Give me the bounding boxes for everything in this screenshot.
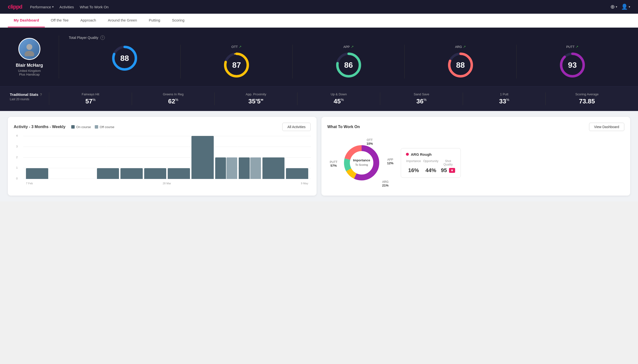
help-icon[interactable]: ? bbox=[40, 92, 42, 96]
gauge-label-arg: ARG ↗ bbox=[455, 45, 466, 49]
profile-section: Blair McHarg United Kingdom Plus Handica… bbox=[10, 38, 49, 76]
svg-point-0 bbox=[27, 44, 32, 50]
nav-activities[interactable]: Activities bbox=[60, 5, 74, 9]
wtw-info-title: ARG Rough bbox=[411, 152, 432, 156]
tab-putting[interactable]: Putting bbox=[143, 14, 166, 28]
gauge-ring-app: 86 bbox=[335, 52, 362, 78]
chevron-down-icon: ▾ bbox=[616, 5, 617, 8]
x-labels: 7 Feb 28 Mar 9 May bbox=[24, 182, 311, 185]
gauge-ott: OTT ↗ 87 bbox=[181, 45, 293, 78]
app-logo: clippd bbox=[8, 4, 22, 10]
gauge-label-ott: OTT ↗ bbox=[231, 45, 242, 49]
bar-group-6 bbox=[168, 168, 190, 179]
bar-group-3 bbox=[97, 168, 119, 179]
gauge-ring-main: 88 bbox=[111, 45, 138, 72]
svg-point-1 bbox=[25, 51, 34, 56]
svg-text:To Scoring: To Scoring bbox=[355, 163, 368, 166]
wtw-stat-labels: Importance Opportunity Shot Quality bbox=[406, 160, 456, 166]
tab-bar: My Dashboard Off the Tee Approach Around… bbox=[0, 14, 638, 28]
wtw-shot-quality-value: 95 ▼ bbox=[441, 167, 456, 174]
help-icon[interactable]: ? bbox=[100, 36, 105, 40]
chart-title: Activity - 3 Months - Weekly bbox=[14, 125, 65, 129]
gauge-value-putt: 93 bbox=[568, 61, 577, 70]
chart-card-header: Activity - 3 Months - Weekly On course O… bbox=[14, 123, 311, 131]
gauge-ring-ott: 87 bbox=[223, 52, 250, 78]
stat-fairways-hit: Fairways Hit 57% bbox=[49, 92, 132, 105]
tab-approach[interactable]: Approach bbox=[74, 14, 102, 28]
gauge-value-ott: 87 bbox=[232, 61, 241, 70]
wtw-importance-label: Importance bbox=[406, 160, 421, 166]
what-to-work-on-card: What To Work On View Dashboard OTT 10% A… bbox=[321, 117, 630, 196]
bar-group-11 bbox=[286, 168, 308, 179]
down-arrow-badge: ▼ bbox=[449, 168, 455, 173]
wtw-indicator-dot bbox=[406, 153, 409, 156]
bar-on-course bbox=[97, 168, 119, 179]
svg-text:Importance: Importance bbox=[353, 158, 370, 162]
legend-off-course: Off course bbox=[95, 125, 114, 129]
bar-on-course bbox=[168, 168, 190, 179]
profile-handicap: Plus Handicap bbox=[19, 72, 40, 76]
bar-group-8 bbox=[215, 158, 238, 179]
gauge-arg: ARG ↗ 88 bbox=[405, 45, 517, 78]
bar-group-0 bbox=[26, 168, 48, 179]
gauge-ring-putt: 93 bbox=[559, 52, 586, 78]
wtw-shot-quality-label: Shot Quality bbox=[441, 160, 456, 166]
stat-scoring-average: Scoring Average 73.85 bbox=[545, 92, 628, 105]
donut-label-app: APP 12% bbox=[387, 158, 393, 165]
bar-on-course bbox=[286, 168, 308, 179]
tab-off-the-tee[interactable]: Off the Tee bbox=[45, 14, 74, 28]
trend-up-icon: ↗ bbox=[351, 45, 354, 49]
trend-up-icon: ↗ bbox=[239, 45, 242, 49]
stats-bar: Traditional Stats ? Last 20 rounds Fairw… bbox=[0, 86, 638, 111]
nav-what-to-work-on[interactable]: What To Work On bbox=[80, 5, 109, 9]
tab-around-the-green[interactable]: Around the Green bbox=[102, 14, 143, 28]
user-menu-button[interactable]: 👤 ▾ bbox=[621, 4, 630, 10]
top-nav: clippd Performance ▾ Activities What To … bbox=[0, 0, 638, 14]
bar-on-course bbox=[120, 168, 143, 179]
avatar bbox=[18, 38, 40, 60]
bar-off-course bbox=[227, 158, 237, 179]
bar-on-course bbox=[239, 158, 250, 179]
gauge-value-main: 88 bbox=[120, 54, 129, 63]
donut-label-ott: OTT 10% bbox=[366, 138, 373, 146]
nav-performance[interactable]: Performance ▾ bbox=[30, 5, 54, 9]
nav-links: Performance ▾ Activities What To Work On bbox=[30, 5, 109, 9]
bar-off-course bbox=[250, 158, 261, 179]
stats-items: Fairways Hit 57% Greens In Reg 62% App. … bbox=[49, 92, 628, 105]
trend-up-icon: ↗ bbox=[463, 45, 466, 49]
bar-group-9 bbox=[239, 158, 261, 179]
bar-group-10 bbox=[263, 158, 285, 179]
add-button[interactable]: ⊕ ▾ bbox=[610, 4, 617, 10]
stat-up-and-down: Up & Down 45% bbox=[297, 92, 380, 105]
wtw-stat-values: 16% 44% 95 ▼ bbox=[406, 167, 456, 174]
stat-sand-save: Sand Save 36% bbox=[380, 92, 463, 105]
donut-svg: Importance To Scoring bbox=[342, 143, 381, 182]
nav-right: ⊕ ▾ 👤 ▾ bbox=[610, 4, 630, 10]
gauge-app: APP ↗ 86 bbox=[293, 45, 404, 78]
legend-on-course-dot bbox=[71, 125, 75, 128]
activity-chart-card: Activity - 3 Months - Weekly On course O… bbox=[8, 117, 317, 196]
all-activities-button[interactable]: All Activities bbox=[282, 123, 311, 131]
stats-label: Traditional Stats ? Last 20 rounds bbox=[10, 92, 49, 101]
legend-off-course-dot bbox=[95, 125, 98, 128]
wtw-info-card: ARG Rough Importance Opportunity Shot Qu… bbox=[401, 148, 461, 178]
legend-on-course: On course bbox=[71, 125, 91, 129]
divider bbox=[59, 36, 59, 78]
donut-label-putt: PUTT 57% bbox=[330, 160, 337, 168]
profile-country: United Kingdom bbox=[18, 69, 41, 72]
wtw-info-header: ARG Rough bbox=[406, 152, 456, 156]
gauge-value-app: 86 bbox=[344, 61, 353, 70]
chevron-down-icon: ▾ bbox=[629, 5, 630, 8]
view-dashboard-button[interactable]: View Dashboard bbox=[589, 123, 624, 131]
tab-scoring[interactable]: Scoring bbox=[166, 14, 190, 28]
bar-on-course bbox=[26, 168, 48, 179]
gauge-value-arg: 88 bbox=[456, 61, 465, 70]
bars-container bbox=[24, 136, 311, 179]
hero-section: Blair McHarg United Kingdom Plus Handica… bbox=[0, 28, 638, 86]
cards-row: Activity - 3 Months - Weekly On course O… bbox=[0, 111, 638, 202]
bar-chart: 4 3 2 1 0 7 Feb 28 Mar 9 May bbox=[14, 136, 311, 185]
bar-group-4 bbox=[120, 168, 143, 179]
bar-on-course bbox=[144, 168, 166, 179]
donut-section: OTT 10% APP 12% ARG 21% PUTT 57% bbox=[327, 136, 624, 190]
tab-my-dashboard[interactable]: My Dashboard bbox=[8, 14, 45, 28]
